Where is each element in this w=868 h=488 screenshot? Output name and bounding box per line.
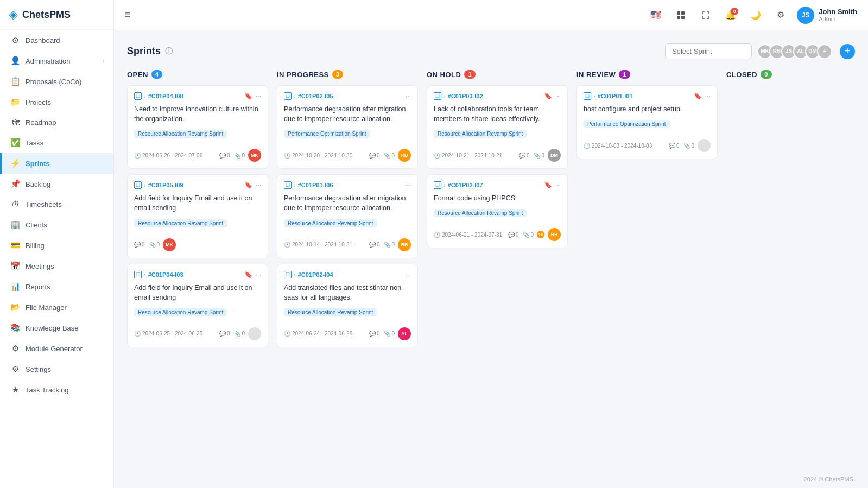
more-options-icon[interactable]: ··· [406, 181, 411, 189]
more-options-icon[interactable]: ··· [555, 181, 561, 189]
more-options-icon[interactable]: ··· [256, 271, 261, 278]
card-tag[interactable]: Performance Optimization Sprint [584, 120, 670, 128]
card-checkbox[interactable]: ☐ [434, 92, 441, 100]
card-meta: 💬 0 📎 0 [134, 242, 160, 248]
task-card[interactable]: ☐ › #C01P03-I02 🔖 ··· Lack of collaborat… [427, 85, 568, 169]
card-header: ☐ › #C01P01-I06 ··· [284, 181, 411, 189]
sidebar-item-roadmap[interactable]: 🗺 Roadmap [0, 112, 113, 132]
card-checkbox[interactable]: ☐ [584, 92, 591, 100]
bookmark-icon[interactable]: 🔖 [244, 92, 252, 100]
settings-topbar-icon[interactable]: ⚙ [772, 7, 789, 24]
sidebar-item-backlog[interactable]: 📌 Backlog [0, 174, 113, 194]
sidebar-item-knowledge-base[interactable]: 📚 Knowledge Base [0, 318, 113, 338]
more-options-icon[interactable]: ··· [555, 92, 561, 100]
nav-icon-knowledge-base: 📚 [10, 323, 20, 333]
task-card[interactable]: ☐ › #C01P04-I08 🔖 ··· Need to improve in… [127, 85, 268, 169]
card-checkbox[interactable]: ☐ [134, 181, 142, 189]
sidebar-item-reports[interactable]: 📊 Reports [0, 276, 113, 297]
sidebar-item-settings[interactable]: ⚙ Settings [0, 359, 113, 379]
more-options-icon[interactable]: ··· [256, 92, 261, 100]
sidebar-item-meetings[interactable]: 📅 Meetings [0, 256, 113, 276]
card-tag[interactable]: Resource Allocation Revamp Sprint [134, 130, 227, 138]
bookmark-icon[interactable]: 🔖 [244, 271, 252, 278]
sidebar-item-task-tracking[interactable]: ★ Task Tracking [0, 379, 113, 400]
sidebar-item-file-manager[interactable]: 📂 File Manager [0, 297, 113, 318]
more-options-icon[interactable]: ··· [705, 92, 711, 100]
card-tag[interactable]: Resource Allocation Revamp Sprint [284, 219, 377, 227]
card-expand-icon[interactable]: › [294, 93, 296, 99]
comments-count: 💬 0 [669, 143, 680, 149]
card-tag[interactable]: Performance Optimization Sprint [284, 130, 370, 138]
task-card[interactable]: ☐ › #C01P01-I06 ··· Performance degradat… [277, 174, 418, 258]
bookmark-icon[interactable]: 🔖 [244, 181, 252, 189]
card-avatar: MK [163, 238, 176, 251]
card-checkbox[interactable]: ☐ [434, 181, 441, 189]
more-options-icon[interactable]: ··· [406, 92, 411, 100]
task-card[interactable]: ☐ › #C01P05-I09 🔖 ··· Add field for Inqu… [127, 174, 268, 258]
card-expand-icon[interactable]: › [144, 182, 146, 188]
card-expand-icon[interactable]: › [593, 93, 595, 99]
bookmark-icon[interactable]: 🔖 [544, 92, 552, 100]
page-title-text: Sprints [127, 46, 161, 57]
card-expand-icon[interactable]: › [294, 271, 296, 278]
card-avatar-placeholder [248, 327, 261, 340]
sidebar-item-dashboard[interactable]: ⊙ Dashboard [0, 30, 113, 50]
sidebar-item-sprints[interactable]: ⚡ Sprints [0, 153, 113, 174]
card-checkbox[interactable]: ☐ [284, 181, 292, 189]
nav-icon-task-tracking: ★ [10, 385, 20, 395]
col-label-open: OPEN [127, 71, 148, 79]
sidebar-item-proposals[interactable]: 📋 Proposals (CoCo) [0, 71, 113, 92]
bookmark-icon[interactable]: 🔖 [694, 92, 702, 100]
language-icon[interactable]: 🇺🇸 [647, 7, 664, 24]
card-meta: 💬 0 📎 0 [219, 153, 245, 159]
more-options-icon[interactable]: ··· [256, 181, 261, 189]
task-card[interactable]: ☐ › #C01P01-I01 🔖 ··· host configure and… [576, 85, 718, 159]
task-card[interactable]: ☐ › #C01P02-I05 ··· Performance degradat… [277, 85, 418, 169]
logo[interactable]: ◈ ChetsPMS [0, 0, 113, 30]
more-options-icon[interactable]: ··· [406, 271, 411, 278]
sprint-select-input[interactable] [665, 43, 752, 59]
nav-icon-sprints: ⚡ [10, 159, 20, 168]
sidebar-item-administration[interactable]: 👤 Administration › [0, 50, 113, 71]
card-checkbox[interactable]: ☐ [134, 271, 142, 278]
sidebar-item-timesheets[interactable]: ⏱ Timesheets [0, 194, 113, 214]
card-expand-icon[interactable]: › [294, 182, 296, 188]
user-profile[interactable]: JS John Smith Admin [797, 7, 857, 24]
card-id: #C01P03-I02 [448, 93, 483, 99]
card-checkbox[interactable]: ☐ [134, 92, 142, 100]
clock-icon: 🕐 [434, 232, 440, 238]
card-tag[interactable]: Resource Allocation Revamp Sprint [284, 308, 377, 316]
card-tag[interactable]: Resource Allocation Revamp Sprint [134, 219, 227, 227]
bookmark-icon[interactable]: 🔖 [544, 181, 552, 189]
sidebar-item-projects[interactable]: 📁 Projects [0, 92, 113, 112]
card-expand-icon[interactable]: › [443, 93, 446, 99]
expand-icon[interactable] [697, 7, 714, 24]
user-name: John Smith [819, 8, 857, 16]
page-info-icon[interactable]: ⓘ [165, 47, 173, 56]
card-checkbox[interactable]: ☐ [284, 271, 292, 278]
dark-mode-icon[interactable]: 🌙 [747, 7, 764, 24]
notification-bell-icon[interactable]: 🔔 0 [722, 7, 739, 24]
sidebar-item-clients[interactable]: 🏢 Clients [0, 214, 113, 235]
task-card[interactable]: ☐ › #C01P02-I04 ··· Add translated files… [277, 264, 418, 347]
sidebar-item-module-generator[interactable]: ⚙ Module Generator [0, 338, 113, 359]
hamburger-button[interactable]: ≡ [125, 9, 131, 21]
card-tag[interactable]: Resource Allocation Revamp Sprint [434, 209, 527, 217]
add-member-button[interactable]: + [840, 44, 855, 59]
card-id-row: ☐ › #C01P03-I02 [434, 92, 483, 100]
card-tag[interactable]: Resource Allocation Revamp Sprint [434, 130, 527, 138]
card-expand-icon[interactable]: › [144, 93, 146, 99]
card-title: Add translated files and test stintar no… [284, 283, 411, 302]
card-id-row: ☐ › #C01P01-I06 [284, 181, 333, 189]
sidebar-item-billing[interactable]: 💳 Billing [0, 235, 113, 256]
grid-icon[interactable] [672, 7, 689, 24]
sidebar-item-tasks[interactable]: ✅ Tasks [0, 132, 113, 153]
card-expand-icon[interactable]: › [443, 182, 446, 188]
card-checkbox[interactable]: ☐ [284, 92, 292, 100]
card-expand-icon[interactable]: › [144, 271, 146, 278]
card-tag[interactable]: Resource Allocation Revamp Sprint [134, 308, 227, 316]
comments-count: 💬 0 [369, 331, 380, 337]
comments-count: 💬 0 [369, 242, 380, 248]
task-card[interactable]: ☐ › #C01P04-I03 🔖 ··· Add field for Inqu… [127, 264, 268, 347]
task-card[interactable]: ☐ › #C01P02-I07 🔖 ··· Format code using … [427, 174, 568, 248]
